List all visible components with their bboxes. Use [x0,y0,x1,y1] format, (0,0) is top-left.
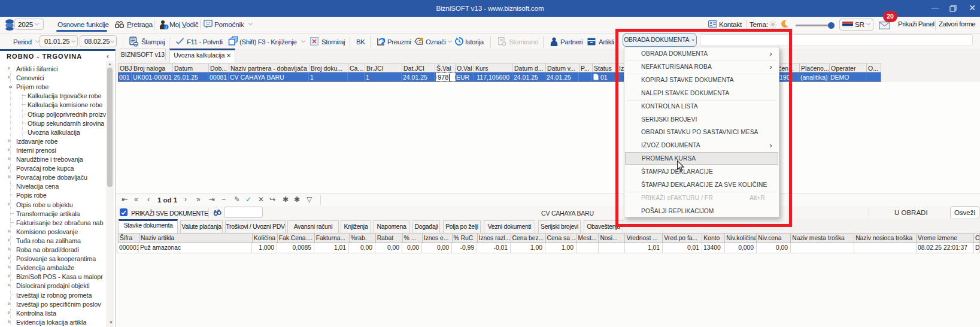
svg-text:i: i [166,25,167,29]
